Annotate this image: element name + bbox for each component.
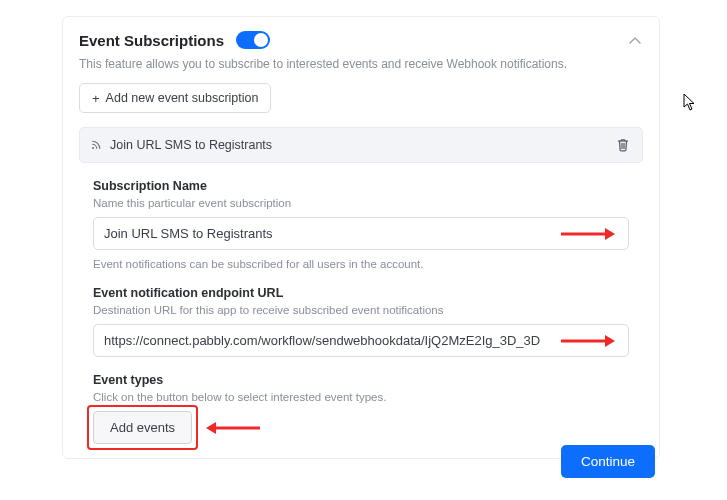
rss-icon (90, 139, 102, 151)
toggle-knob (254, 33, 268, 47)
endpoint-url-input[interactable] (93, 324, 629, 357)
continue-label: Continue (581, 454, 635, 469)
add-events-button[interactable]: Add events (93, 411, 192, 444)
add-new-subscription-label: Add new event subscription (106, 91, 259, 105)
delete-subscription-button[interactable] (614, 136, 632, 154)
subscription-name-input[interactable] (93, 217, 629, 250)
cursor-icon (683, 93, 697, 111)
chevron-up-icon[interactable] (627, 33, 643, 49)
event-types-section: Event types Click on the button below to… (79, 373, 643, 444)
event-types-label: Event types (93, 373, 629, 387)
subscription-name-note: Event notifications can be subscribed fo… (93, 258, 629, 270)
plus-icon: + (92, 92, 100, 105)
subscription-name-label: Subscription Name (93, 179, 629, 193)
add-new-subscription-button[interactable]: + Add new event subscription (79, 83, 271, 113)
endpoint-url-section: Event notification endpoint URL Destinat… (79, 286, 643, 357)
panel-header: Event Subscriptions (79, 31, 643, 49)
subscription-bar-label: Join URL SMS to Registrants (110, 138, 272, 152)
panel-description: This feature allows you to subscribe to … (79, 57, 643, 71)
endpoint-url-help: Destination URL for this app to receive … (93, 304, 629, 316)
svg-point-0 (92, 147, 94, 149)
feature-toggle[interactable] (236, 31, 270, 49)
panel-title: Event Subscriptions (79, 32, 224, 49)
subscription-name-help: Name this particular event subscription (93, 197, 629, 209)
svg-marker-6 (206, 422, 216, 434)
event-types-help: Click on the button below to select inte… (93, 391, 629, 403)
continue-button[interactable]: Continue (561, 445, 655, 478)
event-subscriptions-panel: Event Subscriptions This feature allows … (62, 16, 660, 459)
annotation-arrow-icon (206, 421, 260, 435)
trash-icon (615, 137, 631, 153)
add-events-label: Add events (110, 420, 175, 435)
subscription-name-section: Subscription Name Name this particular e… (79, 179, 643, 270)
endpoint-url-label: Event notification endpoint URL (93, 286, 629, 300)
subscription-bar[interactable]: Join URL SMS to Registrants (79, 127, 643, 163)
